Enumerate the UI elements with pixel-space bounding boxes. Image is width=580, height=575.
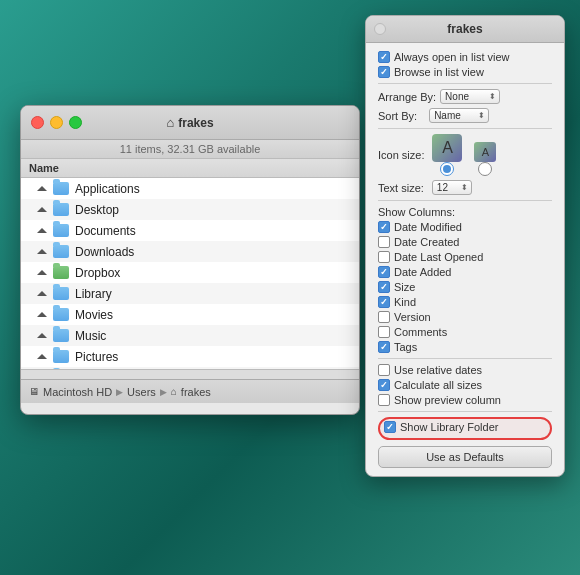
column-checkbox[interactable] — [378, 311, 390, 323]
folder-icon — [53, 203, 69, 216]
folder-icon — [53, 266, 69, 279]
divider-2 — [378, 128, 552, 129]
column-option-row: Kind — [378, 296, 552, 308]
column-option-row: Date Added — [378, 266, 552, 278]
item-name: Applications — [75, 182, 140, 196]
list-item[interactable]: Movies — [21, 304, 359, 325]
columns-list: Date ModifiedDate CreatedDate Last Opene… — [378, 221, 552, 353]
disclosure-triangle — [37, 312, 47, 317]
text-size-value: 12 — [437, 182, 448, 193]
text-size-arrow: ⬍ — [461, 183, 468, 192]
column-checkbox[interactable] — [378, 326, 390, 338]
finder-content: Name ApplicationsDesktopDocumentsDownloa… — [21, 159, 359, 369]
list-item[interactable]: Pictures — [21, 346, 359, 367]
item-name: Desktop — [75, 203, 119, 217]
column-checkbox[interactable] — [378, 281, 390, 293]
list-item[interactable]: Desktop — [21, 199, 359, 220]
disclosure-triangle — [37, 186, 47, 191]
column-checkbox[interactable] — [378, 221, 390, 233]
finder-window: ⌂ frakes 11 items, 32.31 GB available Na… — [20, 105, 360, 415]
always-open-list-label: Always open in list view — [394, 51, 510, 63]
disclosure-triangle — [37, 333, 47, 338]
list-item[interactable]: Library — [21, 283, 359, 304]
info-panel-title: frakes — [447, 22, 482, 36]
sort-by-row: Sort By: Name ⬍ — [378, 108, 552, 123]
folder-icon — [53, 287, 69, 300]
arrange-by-arrow: ⬍ — [489, 92, 496, 101]
item-name: Pictures — [75, 350, 118, 364]
bottom-option-label: Calculate all sizes — [394, 379, 482, 391]
column-label: Date Added — [394, 266, 452, 278]
icon-size-small-radio[interactable] — [478, 162, 492, 176]
column-label: Size — [394, 281, 415, 293]
column-label: Date Created — [394, 236, 459, 248]
list-item[interactable]: Downloads — [21, 241, 359, 262]
finder-breadcrumb: 🖥 Macintosh HD ▶ Users ▶ ⌂ frakes — [21, 379, 359, 403]
minimize-button[interactable] — [50, 116, 63, 129]
list-item[interactable]: Applications — [21, 178, 359, 199]
text-size-row: Text size: 12 ⬍ — [378, 180, 552, 195]
finder-list[interactable]: Name ApplicationsDesktopDocumentsDownloa… — [21, 159, 359, 369]
arrange-by-label: Arrange By: — [378, 91, 436, 103]
show-library-folder-checkbox[interactable] — [384, 421, 396, 433]
folder-icon — [53, 350, 69, 363]
column-label: Date Modified — [394, 221, 462, 233]
item-name: Library — [75, 287, 112, 301]
column-option-row: Comments — [378, 326, 552, 338]
show-columns-header: Show Columns: — [378, 206, 552, 218]
bottom-option-row: Show preview column — [378, 394, 552, 406]
icon-size-small: A — [474, 142, 496, 176]
browse-list-row: Browse in list view — [378, 66, 552, 78]
info-close-button[interactable] — [374, 23, 386, 35]
sort-by-arrow: ⬍ — [478, 111, 485, 120]
finder-titlebar: ⌂ frakes — [21, 106, 359, 140]
sort-by-select[interactable]: Name ⬍ — [429, 108, 489, 123]
list-item[interactable]: Documents — [21, 220, 359, 241]
finder-subtitle: 11 items, 32.31 GB available — [21, 140, 359, 159]
column-checkbox[interactable] — [378, 251, 390, 263]
use-defaults-button[interactable]: Use as Defaults — [378, 446, 552, 468]
info-titlebar: frakes — [366, 16, 564, 43]
item-name: Documents — [75, 224, 136, 238]
arrange-by-select[interactable]: None ⬍ — [440, 89, 500, 104]
column-checkbox[interactable] — [378, 236, 390, 248]
list-item[interactable]: Public — [21, 367, 359, 369]
disclosure-triangle — [37, 207, 47, 212]
item-name: Dropbox — [75, 266, 120, 280]
column-checkbox[interactable] — [378, 266, 390, 278]
column-option-row: Date Modified — [378, 221, 552, 233]
icon-size-large-radio[interactable] — [440, 162, 454, 176]
disclosure-triangle — [37, 249, 47, 254]
list-item[interactable]: Dropbox — [21, 262, 359, 283]
browse-list-checkbox[interactable] — [378, 66, 390, 78]
always-open-list-row: Always open in list view — [378, 51, 552, 63]
icon-size-row: Icon size: A A — [378, 134, 552, 176]
bottom-option-row: Calculate all sizes — [378, 379, 552, 391]
folder-icon — [53, 329, 69, 342]
bottom-option-checkbox[interactable] — [378, 379, 390, 391]
maximize-button[interactable] — [69, 116, 82, 129]
sort-by-value: Name — [434, 110, 461, 121]
always-open-list-checkbox[interactable] — [378, 51, 390, 63]
column-label: Comments — [394, 326, 447, 338]
breadcrumb-arrow-2: ▶ — [160, 387, 167, 397]
bottom-option-label: Use relative dates — [394, 364, 482, 376]
info-body: Always open in list view Browse in list … — [366, 43, 564, 476]
bottom-option-checkbox[interactable] — [378, 364, 390, 376]
column-checkbox[interactable] — [378, 296, 390, 308]
column-option-row: Size — [378, 281, 552, 293]
disclosure-triangle — [37, 291, 47, 296]
text-size-select[interactable]: 12 ⬍ — [432, 180, 472, 195]
column-option-row: Date Created — [378, 236, 552, 248]
breadcrumb-users: Users — [127, 386, 156, 398]
column-option-row: Version — [378, 311, 552, 323]
finder-window-title: ⌂ frakes — [166, 115, 213, 130]
horizontal-scrollbar[interactable] — [21, 369, 359, 379]
icon-size-label: Icon size: — [378, 149, 424, 161]
close-button[interactable] — [31, 116, 44, 129]
list-item[interactable]: Music — [21, 325, 359, 346]
item-name: Movies — [75, 308, 113, 322]
bottom-option-checkbox[interactable] — [378, 394, 390, 406]
column-checkbox[interactable] — [378, 341, 390, 353]
divider-1 — [378, 83, 552, 84]
